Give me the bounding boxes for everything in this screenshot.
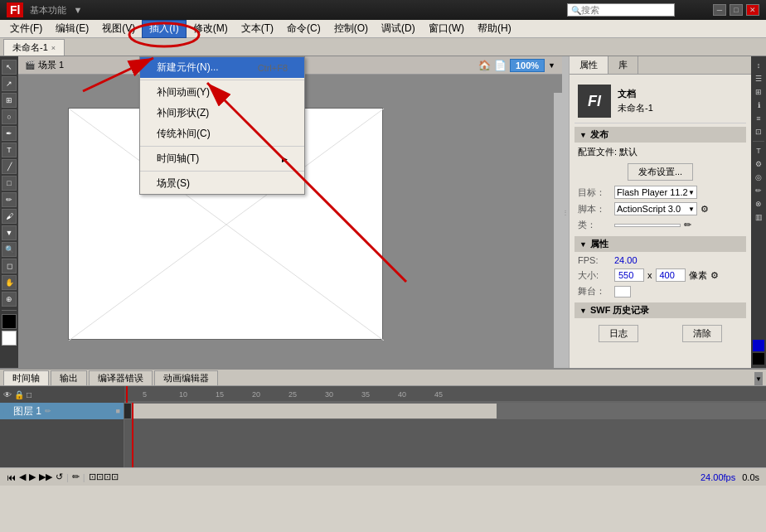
menu-view[interactable]: 视图(V) [95,20,142,38]
panel-tab-properties[interactable]: 属性 [570,56,608,74]
menu-file[interactable]: 文件(F) [3,20,49,38]
paint-bucket[interactable]: ▼ [2,225,17,240]
eyedropper-tool[interactable]: 🔍 [2,242,17,257]
status-play-btn[interactable]: ▶ [29,472,36,482]
canvas-scrollbar-vertical[interactable] [554,93,562,368]
fill-color[interactable] [2,331,17,346]
tab-close-button[interactable]: × [51,44,56,52]
menu-window[interactable]: 窗口(W) [422,20,471,38]
r-icon-3[interactable]: ⊞ [753,86,764,98]
line-tool[interactable]: ╱ [2,159,17,174]
r-icon-1[interactable]: ↕ [753,60,764,71]
publish-settings-button[interactable]: 发布设置... [628,163,693,181]
class-input[interactable] [614,224,681,227]
size-settings-icon[interactable]: ⚙ [710,270,719,281]
bottom-tab-timeline[interactable]: 时间轴 [3,370,49,385]
status-edit-icon[interactable]: ✏ [72,472,80,482]
frame-cell-key[interactable] [124,404,132,418]
close-button[interactable]: ✕ [746,4,759,16]
section-properties[interactable]: ▼ 属性 [574,236,746,252]
log-button[interactable]: 日志 [599,325,638,342]
menu-item-new-symbol[interactable]: 新建元件(N)... Ctrl+F8 [140,57,304,78]
transform-tool[interactable]: ⊞ [2,93,17,108]
section-swf-history[interactable]: ▼ SWF 历史记录 [574,302,746,318]
rect-tool[interactable]: □ [2,176,17,191]
r-icon-4[interactable]: ℹ [753,99,764,111]
zoom-icon2[interactable]: 📄 [494,60,507,71]
menu-debug[interactable]: 调试(D) [375,20,422,38]
select-tool[interactable]: ↖ [2,60,17,75]
subselect-tool[interactable]: ↗ [2,76,17,91]
r-icon-9[interactable]: ◎ [753,172,764,183]
zoom-icon1[interactable]: 🏠 [478,60,491,71]
menu-help[interactable]: 帮助(H) [471,20,518,38]
insert-dropdown-menu: 新建元件(N)... Ctrl+F8 补间动画(Y) 补间形状(Z) 传统补间(… [139,56,305,195]
r-icon-7[interactable]: T [753,145,764,157]
tl-lock-icon[interactable]: 🔒 [14,390,24,399]
clear-button[interactable]: 清除 [682,325,722,342]
script-settings-icon[interactable]: ⚙ [701,204,709,215]
search-input[interactable] [581,5,664,15]
bottom-tab-output[interactable]: 输出 [51,370,87,385]
pencil-tool[interactable]: ✏ [2,192,17,207]
layer-edit-icon[interactable]: ✏ [45,407,51,415]
menu-item-scene[interactable]: 场景(S) [140,173,304,194]
stroke-color[interactable] [2,314,17,329]
pen-tool[interactable]: ✒ [2,126,17,141]
menu-item-motion-tween[interactable]: 补间动画(Y) [140,82,304,103]
main-area: ↖ ↗ ⊞ ○ ✒ T ╱ □ ✏ 🖌 ▼ 🔍 ◻ ✋ ⊕ 🎬 场景 1 🏠 📄… [0,56,766,368]
ruler-marks: 5 10 15 20 25 30 35 40 45 [124,386,766,403]
menu-insert[interactable]: 插入(I) [142,20,186,38]
r-icon-8[interactable]: ⚙ [753,158,764,170]
bottom-tab-compiler[interactable]: 编译器错误 [89,370,153,385]
text-tool[interactable]: T [2,143,17,157]
status-frame-icon[interactable]: ⏮ [7,472,16,482]
color-swatch-blue[interactable] [753,340,764,351]
minimize-button[interactable]: ─ [713,4,726,16]
menu-item-timeline[interactable]: 时间轴(T) ▶ [140,148,304,169]
menu-item-classic-tween[interactable]: 传统补间(C) [140,123,304,144]
workspace-dropdown-arrow[interactable]: ▼ [73,5,82,15]
panel-resize-handle[interactable]: ⋮ [562,56,569,368]
menu-modify[interactable]: 修改(M) [187,20,235,38]
status-snap-icons[interactable]: ⊡⊡⊡⊡ [89,472,119,482]
layer-visibility-dot[interactable] [3,408,10,414]
zoom-dropdown[interactable]: 100% [510,59,545,72]
status-loop-btn[interactable]: ↺ [56,472,63,482]
height-input[interactable]: 400 [656,268,686,282]
search-box[interactable]: 🔍 [567,3,675,17]
tl-eye-icon[interactable]: 👁 [3,390,12,399]
r-icon-2[interactable]: ☰ [753,73,764,85]
script-dropdown[interactable]: ActionScript 3.0 ▼ [614,202,697,215]
color-swatch-black[interactable] [753,353,764,365]
status-prev-frame[interactable]: ◀ [19,472,26,482]
lasso-tool[interactable]: ○ [2,109,17,124]
zoom-dropdown-arrow[interactable]: ▼ [548,61,555,70]
menu-item-shape-tween[interactable]: 补间形状(Z) [140,103,304,123]
maximize-button[interactable]: □ [730,4,743,16]
r-icon-10[interactable]: ✏ [753,185,764,196]
r-icon-6[interactable]: ⊡ [753,126,764,138]
menu-edit[interactable]: 编辑(E) [49,20,95,38]
eraser-tool[interactable]: ◻ [2,259,17,273]
bottom-tab-motion[interactable]: 动画编辑器 [154,370,218,385]
menu-commands[interactable]: 命令(C) [280,20,327,38]
r-icon-11[interactable]: ⊗ [753,198,764,210]
width-input[interactable]: 550 [614,268,644,282]
r-icon-5[interactable]: ≡ [753,113,764,124]
r-icon-12[interactable]: ▥ [753,211,764,223]
target-dropdown[interactable]: Flash Player 11.2 ▼ [614,186,697,199]
menu-control[interactable]: 控制(O) [327,20,375,38]
tl-frame-icon[interactable]: □ [27,390,32,399]
hand-tool[interactable]: ✋ [2,275,17,290]
status-next-frame[interactable]: ▶▶ [39,472,52,482]
stage-color-swatch[interactable] [614,286,631,297]
section-publish[interactable]: ▼ 发布 [574,127,746,143]
bottom-collapse-btn[interactable]: ▼ [754,372,763,385]
brush-tool[interactable]: 🖌 [2,209,17,224]
tab-unnamed1[interactable]: 未命名-1 × [3,39,65,56]
class-edit-icon[interactable]: ✏ [684,220,691,230]
menu-text[interactable]: 文本(T) [235,20,280,38]
zoom-tool[interactable]: ⊕ [2,292,17,307]
panel-tab-library[interactable]: 库 [608,56,638,74]
